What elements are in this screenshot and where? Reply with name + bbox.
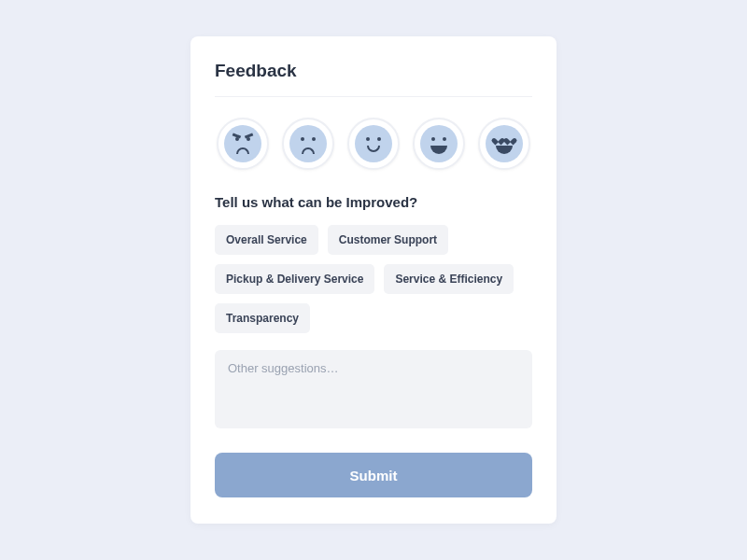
slight-smile-face-icon bbox=[355, 125, 392, 162]
rating-heart-eyes[interactable] bbox=[478, 118, 530, 170]
rating-big-smile[interactable] bbox=[413, 118, 465, 170]
chip-customer-support[interactable]: Customer Support bbox=[328, 225, 448, 255]
card-title: Feedback bbox=[215, 61, 532, 97]
chip-group: Overall Service Customer Support Pickup … bbox=[215, 225, 532, 333]
feedback-card: Feedback bbox=[190, 36, 557, 524]
suggestions-input[interactable] bbox=[215, 350, 532, 428]
rating-angry[interactable] bbox=[217, 118, 269, 170]
sad-face-icon bbox=[289, 125, 327, 162]
chip-pickup-delivery[interactable]: Pickup & Delivery Service bbox=[215, 264, 374, 294]
angry-face-icon bbox=[224, 125, 261, 162]
rating-row bbox=[215, 118, 532, 170]
big-smile-face-icon bbox=[420, 125, 458, 162]
rating-slight-smile[interactable] bbox=[347, 118, 400, 170]
chip-overall-service[interactable]: Overall Service bbox=[215, 225, 318, 255]
submit-button[interactable]: Submit bbox=[215, 453, 532, 497]
chip-transparency[interactable]: Transparency bbox=[215, 303, 310, 333]
rating-sad[interactable] bbox=[282, 118, 334, 170]
chip-service-efficiency[interactable]: Service & Efficiency bbox=[384, 264, 514, 294]
improve-question: Tell us what can be Improved? bbox=[215, 194, 532, 210]
heart-eyes-face-icon bbox=[486, 125, 523, 162]
